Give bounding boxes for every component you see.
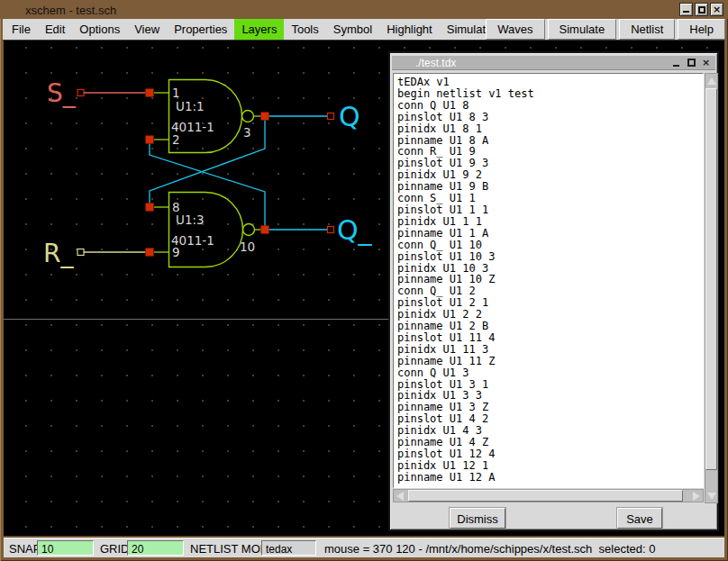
pin-square bbox=[146, 204, 154, 212]
label-pin-square bbox=[77, 90, 84, 96]
horizontal-scrollbar[interactable] bbox=[393, 489, 704, 502]
dialog-title: ./test.tdx bbox=[415, 57, 456, 69]
snap-input[interactable]: 10 bbox=[37, 540, 94, 556]
title-bar[interactable]: xschem - test.sch × bbox=[0, 0, 728, 19]
label-pin-square bbox=[328, 113, 334, 120]
help-button[interactable]: Help bbox=[678, 19, 725, 40]
gate-body bbox=[169, 80, 242, 153]
simulate-button[interactable]: Simulate bbox=[548, 19, 617, 40]
net-s[interactable]: S_ bbox=[47, 78, 146, 108]
pin-square bbox=[146, 249, 154, 257]
menu-bar: File Edit Options View Properties Layers… bbox=[3, 19, 725, 41]
scroll-up-icon[interactable] bbox=[705, 75, 717, 86]
minimize-icon[interactable] bbox=[679, 3, 693, 16]
save-button[interactable]: Save bbox=[617, 508, 662, 529]
dialog-minimize-icon[interactable] bbox=[671, 57, 683, 68]
pin-square bbox=[261, 113, 269, 121]
pin-square bbox=[146, 136, 154, 144]
status-bar: SNAP: 10 GRID: 20 NETLIST MODE: tedax mo… bbox=[4, 538, 724, 557]
dialog-close-icon[interactable]: × bbox=[700, 57, 712, 68]
close-icon[interactable]: × bbox=[710, 3, 723, 16]
vertical-scrollbar[interactable] bbox=[705, 73, 718, 503]
nand-gate-u1-3[interactable]: 8 9 10 U1:3 4011-1 bbox=[146, 193, 269, 267]
horizontal-scroll-thumb[interactable] bbox=[408, 490, 683, 502]
netlist-content: tEDAx v1 begin netlist v1 test conn Q U1… bbox=[394, 74, 703, 484]
pin-number: 10 bbox=[240, 240, 255, 254]
netlist-mode-input[interactable]: tedax bbox=[261, 540, 316, 556]
xschem-window: xschem - test.sch × File Edit Options Vi… bbox=[0, 0, 728, 561]
mouse-coordinates-status: mouse = 370 120 - /mnt/x/home/schippes/x… bbox=[324, 542, 655, 556]
netlist-button[interactable]: Netlist bbox=[619, 19, 675, 40]
menu-properties[interactable]: Properties bbox=[167, 19, 234, 40]
dialog-title-bar[interactable]: ./test.tdx × bbox=[392, 55, 715, 70]
device-name: 4011-1 bbox=[171, 233, 214, 248]
menu-file[interactable]: File bbox=[5, 19, 38, 40]
net-label-s[interactable]: S_ bbox=[47, 78, 77, 108]
net-q[interactable]: Q bbox=[328, 101, 360, 132]
scroll-down-icon[interactable] bbox=[705, 490, 717, 502]
dismiss-button[interactable]: Dismiss bbox=[450, 508, 505, 529]
label-pin-square bbox=[328, 227, 334, 233]
net-label-r[interactable]: R_ bbox=[43, 239, 74, 268]
menu-edit[interactable]: Edit bbox=[38, 19, 72, 40]
nand-gate-u1-1[interactable]: 1 2 3 U1:1 4011-1 bbox=[146, 80, 269, 153]
menu-highlight[interactable]: Highlight bbox=[379, 19, 440, 40]
menu-symbol[interactable]: Symbol bbox=[326, 19, 379, 40]
menu-layers[interactable]: Layers bbox=[234, 19, 284, 40]
instance-name: U1:1 bbox=[176, 99, 205, 113]
instance-name: U1:3 bbox=[176, 213, 205, 227]
netlist-text-area[interactable]: tEDAx v1 begin netlist v1 test conn Q U1… bbox=[393, 73, 704, 488]
net-qn[interactable]: Q_ bbox=[328, 214, 373, 246]
dialog-maximize-icon[interactable] bbox=[686, 57, 697, 68]
pin-number: 2 bbox=[172, 132, 180, 147]
net-label-q[interactable]: Q bbox=[339, 101, 360, 132]
menu-items: File Edit Options View Properties Layers… bbox=[5, 19, 508, 40]
device-name: 4011-1 bbox=[171, 120, 214, 134]
scroll-left-icon[interactable] bbox=[395, 490, 406, 502]
window-title: xschem - test.sch bbox=[25, 4, 116, 17]
netlist-dialog: ./test.tdx × tEDAx v1 begin netlist v1 t… bbox=[388, 51, 719, 531]
menu-options[interactable]: Options bbox=[72, 19, 127, 40]
net-r[interactable]: R_ bbox=[43, 239, 146, 268]
menu-view[interactable]: View bbox=[127, 19, 167, 40]
label-pin-square bbox=[77, 249, 84, 256]
waves-button[interactable]: Waves bbox=[486, 19, 544, 40]
scroll-right-icon[interactable] bbox=[690, 490, 702, 502]
pin-square bbox=[146, 89, 154, 97]
pin-number: 1 bbox=[172, 86, 180, 100]
menu-tools[interactable]: Tools bbox=[284, 19, 325, 40]
inversion-bubble bbox=[243, 224, 255, 236]
maximize-icon[interactable] bbox=[695, 3, 708, 16]
pin-number: 3 bbox=[243, 125, 251, 140]
net-label-qn[interactable]: Q_ bbox=[337, 214, 373, 246]
gate-body bbox=[169, 193, 243, 267]
menu-action-buttons: Waves Simulate Netlist Help bbox=[483, 19, 725, 40]
vertical-scroll-thumb[interactable] bbox=[705, 88, 717, 470]
pin-square bbox=[261, 226, 269, 234]
inversion-bubble bbox=[242, 111, 254, 122]
grid-input[interactable]: 20 bbox=[127, 540, 184, 556]
